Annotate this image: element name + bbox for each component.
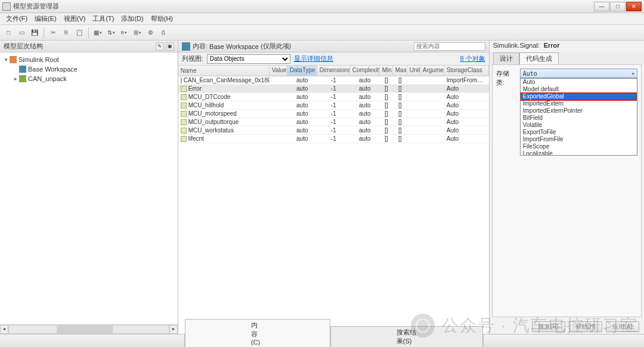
column-header[interactable]: Argument xyxy=(420,66,444,76)
table-row[interactable]: lifecntauto-1auto[][]Auto xyxy=(178,135,489,143)
contents-panel: 内容: Base Workspace (仅限此项) 列视图: Data Obje… xyxy=(178,41,489,334)
tree-node[interactable]: ▸CAN_unpack xyxy=(2,74,175,83)
storage-class-options[interactable]: AutoModel defaultExportedGlobalImportedE… xyxy=(520,78,637,156)
column-header[interactable]: Dimensions xyxy=(317,66,350,76)
contents-suffix: (仅限此项) xyxy=(261,42,291,51)
paste-icon[interactable]: 📋 xyxy=(73,27,85,39)
show-details-link[interactable]: 显示详细信息 xyxy=(294,54,333,63)
contents-label: 内容: xyxy=(193,42,208,51)
horizontal-scrollbar[interactable]: ◂ ▸ xyxy=(0,324,178,334)
minimize-button[interactable]: — xyxy=(594,2,609,11)
column-view-select[interactable]: Data Objects xyxy=(207,54,290,64)
storage-option[interactable]: Model default xyxy=(521,86,637,93)
menu-工具(T)[interactable]: 工具(T) xyxy=(89,13,117,24)
menu-编辑(E)[interactable]: 编辑(E) xyxy=(31,13,60,24)
table-row[interactable]: MCU_workstatusauto-1auto[][]Auto xyxy=(178,126,489,135)
level-dd-icon[interactable]: ⇅ xyxy=(105,27,117,39)
maximize-button[interactable]: □ xyxy=(610,2,626,11)
storage-option[interactable]: Auto xyxy=(521,79,637,86)
storage-class-dropdown[interactable]: Auto AutoModel defaultExportedGlobalImpo… xyxy=(520,69,637,78)
open-icon[interactable]: ▭ xyxy=(16,27,27,39)
model-tree[interactable]: ▾Simulink RootBase Workspace▸CAN_unpack xyxy=(0,52,178,324)
window-title: 模型资源管理器 xyxy=(13,2,594,11)
signal-type-label: Simulink.Signal: xyxy=(493,42,540,49)
model-hierarchy-panel: 模型层次结构 ✎ ▣ ▾Simulink RootBase Workspace▸… xyxy=(0,41,178,334)
cut-icon[interactable]: ✂ xyxy=(47,27,59,39)
storage-option[interactable]: ExportToFile xyxy=(521,129,637,136)
title-bar: 模型资源管理器 — □ ✕ xyxy=(0,0,644,13)
menu-文件(F)[interactable]: 文件(F) xyxy=(2,13,31,24)
toolbar-sep xyxy=(88,27,89,38)
button-恢复(R)[interactable]: 恢复(R) xyxy=(532,321,565,332)
app-icon xyxy=(2,2,11,11)
storage-option[interactable]: ImportedExternPointer xyxy=(521,107,637,114)
storage-option[interactable]: ImportedExtern xyxy=(521,100,637,107)
save-icon[interactable]: 💾 xyxy=(29,27,41,39)
tab-设计[interactable]: 设计 xyxy=(493,52,519,64)
tree-node[interactable]: Base Workspace xyxy=(2,64,175,74)
data-objects-table: NameValueDataTypeDimensionsComplexityMin… xyxy=(178,66,489,334)
button-应用(A)[interactable]: 应用(A) xyxy=(606,321,639,332)
toolbar: □ ▭ 💾 ✂ ⎘ 📋 ▦ ⇅ ≡ ⊞ ⚙ ⎙ xyxy=(0,25,644,41)
storage-option[interactable]: Localizable xyxy=(521,150,637,156)
search-input[interactable] xyxy=(414,42,485,51)
column-header[interactable]: Name xyxy=(178,66,270,76)
copy-icon[interactable]: ⎘ xyxy=(60,27,72,39)
grid-dd-icon[interactable]: ⊞ xyxy=(131,27,143,39)
menu-帮助(H)[interactable]: 帮助(H) xyxy=(147,13,177,24)
tree-node[interactable]: ▾Simulink Root xyxy=(2,55,175,64)
menu-添加(D)[interactable]: 添加(D) xyxy=(117,13,147,24)
menu-bar: 文件(F)编辑(E)视图(V)工具(T)添加(D)帮助(H) xyxy=(0,13,644,25)
table-row[interactable]: MCU_outputtorqueauto-1auto[][]Auto xyxy=(178,118,489,126)
print-icon[interactable]: ⎙ xyxy=(157,27,169,39)
left-panel-title: 模型层次结构 xyxy=(4,42,43,51)
signal-name: Error xyxy=(544,42,560,49)
contents-scope: Base Workspace xyxy=(209,43,259,50)
footer-tab[interactable]: 内容(C) xyxy=(185,319,330,347)
column-header[interactable]: Max xyxy=(393,66,407,76)
table-row[interactable]: MCU_DTCcodeauto-1auto[][]Auto xyxy=(178,93,489,101)
column-header[interactable]: StorageClass xyxy=(444,66,489,76)
button-帮助(H)[interactable]: 帮助(H) xyxy=(569,321,602,332)
footer: 内容(C)搜索结果(S) xyxy=(0,334,644,347)
view-dd-icon[interactable]: ▦ xyxy=(92,27,104,39)
collapse-icon[interactable]: ▣ xyxy=(166,42,174,51)
toolbar-sep xyxy=(44,27,44,38)
scroll-right-icon[interactable]: ▸ xyxy=(169,325,178,334)
storage-option[interactable]: FileScope xyxy=(521,143,637,150)
workspace-icon xyxy=(182,42,190,51)
gear-icon[interactable]: ⚙ xyxy=(144,27,156,39)
storage-class-selected[interactable]: Auto xyxy=(520,69,637,78)
column-header[interactable]: Complexity xyxy=(350,66,380,76)
column-header[interactable]: Min xyxy=(380,66,393,76)
list-dd-icon[interactable]: ≡ xyxy=(118,27,130,39)
table-row[interactable]: CAN_Ecan_CanMessage_0x18015182auto-1auto… xyxy=(178,76,489,85)
object-count-link[interactable]: 8 个对象 xyxy=(460,54,485,63)
footer-tab[interactable]: 搜索结果(S) xyxy=(330,326,483,347)
table-row[interactable]: Errorauto-1auto[][]Auto xyxy=(178,85,489,93)
storage-class-label: 存储类: xyxy=(496,69,518,87)
storage-option[interactable]: ExportedGlobal xyxy=(521,93,637,100)
new-icon[interactable]: □ xyxy=(2,27,14,39)
scroll-left-icon[interactable]: ◂ xyxy=(0,325,8,334)
storage-option[interactable]: ImportFromFile xyxy=(521,136,637,143)
table-row[interactable]: MCU_hillholdauto-1auto[][]Auto xyxy=(178,101,489,110)
properties-panel: Simulink.Signal: Error 设计代码生成 存储类: Auto … xyxy=(489,41,644,334)
column-header[interactable]: Unit xyxy=(407,66,420,76)
column-header[interactable]: DataType xyxy=(287,66,317,76)
column-view-label: 列视图: xyxy=(182,54,203,63)
storage-option[interactable]: BitField xyxy=(521,114,637,122)
tab-代码生成[interactable]: 代码生成 xyxy=(519,52,559,64)
table-row[interactable]: MCU_motorspeedauto-1auto[][]Auto xyxy=(178,110,489,118)
menu-视图(V)[interactable]: 视图(V) xyxy=(60,13,89,24)
close-button[interactable]: ✕ xyxy=(626,2,642,11)
storage-option[interactable]: Volatile xyxy=(521,122,637,129)
column-header[interactable]: Value xyxy=(270,66,287,76)
edit-icon[interactable]: ✎ xyxy=(156,42,164,51)
